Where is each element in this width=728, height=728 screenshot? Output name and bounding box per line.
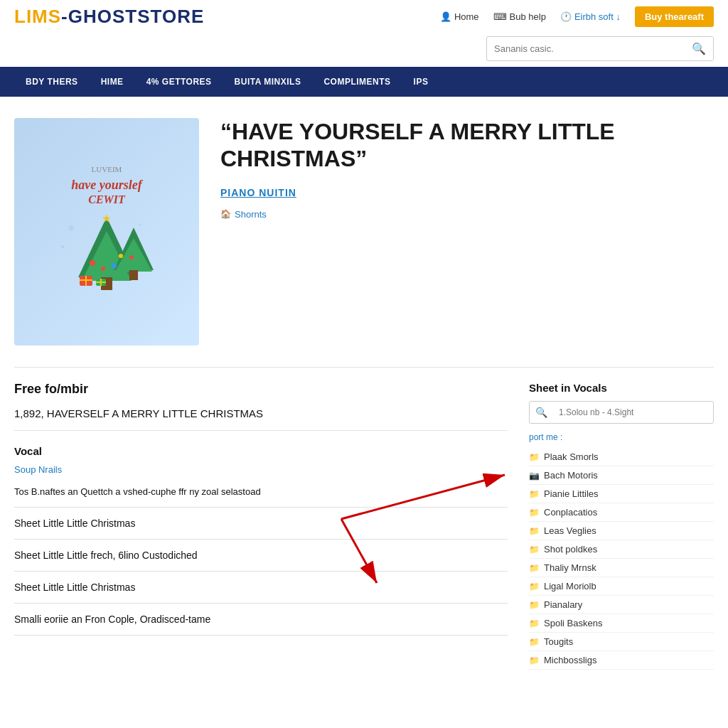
sidebar-item-label-10: Spoli Baskens	[544, 618, 602, 628]
category-link[interactable]: Soup Nrails	[14, 464, 508, 475]
sidebar-item-2[interactable]: 📷 Bach Motoris	[529, 466, 714, 485]
sidebar-item-4[interactable]: 📁 Conplacatios	[529, 503, 714, 522]
svg-rect-5	[129, 270, 138, 280]
logo-area: LIMS-GHOSTSTORE	[14, 6, 204, 28]
sidebar-item-3[interactable]: 📁 Pianie Littiles	[529, 485, 714, 503]
nav-item-bdy[interactable]: BDY THERS	[14, 67, 90, 97]
result-item-2[interactable]: Sheet Little Little frech, 6lino Custodi…	[14, 540, 508, 572]
svg-rect-17	[80, 279, 92, 281]
result-count: 1,892, HAVERSELF A MERRY LITTLE CHRISTMA…	[14, 407, 508, 431]
top-bar: LIMS-GHOSTSTORE 👤 Home ⌨ Bub help 🕐 Eirb…	[0, 0, 728, 33]
logo-name: GHOSTSTORE	[68, 6, 205, 27]
result-item-3[interactable]: Sheet Little Little Christmas	[14, 572, 508, 604]
sidebar-item-9[interactable]: 📁 Pianalary	[529, 596, 714, 614]
sidebar-port: port me :	[529, 432, 714, 442]
search-input[interactable]	[487, 38, 685, 59]
hero-section: LUVEIM have yourslef CEWIT	[0, 97, 728, 367]
camera-icon-2: 📷	[529, 471, 540, 481]
svg-point-7	[119, 254, 123, 258]
svg-text:❄: ❄	[68, 223, 75, 233]
folder-icon-1: 📁	[529, 452, 540, 462]
section-title: Free fo/mbir	[14, 382, 508, 397]
clock-icon: 🕐	[560, 11, 572, 22]
home-link[interactable]: 👤 Home	[440, 11, 479, 22]
trees-svg: ❄ ❄ ✦	[57, 213, 156, 299]
sidebar: Sheet in Vocals 🔍 port me : 📁 Plaak Smor…	[529, 382, 714, 670]
folder-icon-5: 📁	[529, 526, 540, 536]
nav-item-ips[interactable]: IPS	[402, 67, 440, 97]
hero-title: “HAVE YOURSELF A MERRY LITTLE CHRISTMAS”	[220, 118, 714, 173]
sidebar-item-label-2: Bach Motoris	[544, 470, 598, 481]
search-button[interactable]: 🔍	[685, 37, 713, 60]
svg-point-9	[111, 263, 117, 269]
folder-icon-10: 📁	[529, 619, 540, 628]
sidebar-item-label-5: Leas Veglies	[544, 525, 596, 536]
sidebar-item-12[interactable]: 📁 Michbossligs	[529, 651, 714, 670]
description-text: Tos B.naftes an Quettch a vshed-cuphe ff…	[14, 481, 508, 508]
soft-label: Eirbh soft ↓	[574, 11, 621, 22]
sidebar-item-7[interactable]: 📁 Thaliy Mrnsk	[529, 559, 714, 577]
search-bar: 🔍	[486, 36, 714, 61]
nav-item-buita[interactable]: BUITA MINXILS	[223, 67, 313, 97]
hero-image-main: have yourslef	[57, 177, 156, 193]
tree-decoration: ❄ ❄ ✦	[57, 213, 156, 299]
sidebar-item-label-12: Michbossligs	[544, 655, 596, 665]
hero-subtitle[interactable]: PIANO NUITIN	[220, 187, 714, 198]
nav-item-gettores[interactable]: 4% GETTORES	[135, 67, 223, 97]
sidebar-title: Sheet in Vocals	[529, 382, 714, 394]
sidebar-item-8[interactable]: 📁 Ligal Moriolb	[529, 577, 714, 596]
main-content: Free fo/mbir 1,892, HAVERSELF A MERRY LI…	[0, 368, 728, 684]
person-icon: 👤	[440, 11, 451, 22]
sidebar-list: 📁 Plaak Smorls 📷 Bach Motoris 📁 Pianie L…	[529, 448, 714, 670]
logo-separator: -	[61, 6, 68, 27]
logo-lims: LIMS	[14, 6, 61, 27]
hero-image-content: LUVEIM have yourslef CEWIT	[43, 151, 171, 313]
sidebar-item-6[interactable]: 📁 Shot poldkes	[529, 540, 714, 559]
home-label: Home	[454, 11, 479, 22]
logo: LIMS-GHOSTSTORE	[14, 6, 204, 27]
hero-link-text: Shornts	[235, 209, 267, 220]
svg-text:❄: ❄	[139, 223, 141, 227]
content-left: Free fo/mbir 1,892, HAVERSELF A MERRY LI…	[14, 382, 508, 670]
sidebar-item-label-8: Ligal Moriolb	[544, 581, 596, 592]
sidebar-search-bar: 🔍	[529, 401, 714, 424]
sidebar-item-label-1: Plaak Smorls	[544, 451, 599, 462]
folder-icon-12: 📁	[529, 655, 540, 665]
hero-info: “HAVE YOURSELF A MERRY LITTLE CHRISTMAS”…	[220, 118, 714, 220]
buy-button[interactable]: Buy theareaft	[635, 6, 714, 27]
svg-text:✦: ✦	[60, 244, 65, 250]
help-link[interactable]: ⌨ Bub help	[493, 11, 546, 22]
sidebar-item-label-6: Shot poldkes	[544, 544, 597, 555]
sidebar-search-icon: 🔍	[530, 402, 553, 423]
category-label: Vocal	[14, 445, 508, 457]
folder-icon-8: 📁	[529, 582, 540, 592]
sidebar-item-1[interactable]: 📁 Plaak Smorls	[529, 448, 714, 466]
keyboard-icon: ⌨	[493, 11, 507, 22]
result-item-1[interactable]: Sheet Little Little Christmas	[14, 508, 508, 540]
hero-image-sub: CEWIT	[57, 193, 156, 206]
svg-point-10	[129, 255, 134, 259]
sidebar-item-11[interactable]: 📁 Tougits	[529, 633, 714, 651]
folder-icon-7: 📁	[529, 563, 540, 573]
sidebar-item-label-3: Pianie Littiles	[544, 488, 599, 499]
sidebar-item-label-4: Conplacatios	[544, 507, 597, 518]
svg-point-8	[101, 267, 105, 271]
sidebar-item-label-7: Thaliy Mrnsk	[544, 562, 596, 573]
folder-icon-3: 📁	[529, 489, 540, 499]
soft-link[interactable]: 🕐 Eirbh soft ↓	[560, 11, 621, 22]
folder-icon-6: 📁	[529, 545, 540, 555]
sidebar-item-5[interactable]: 📁 Leas Veglies	[529, 522, 714, 540]
main-nav: BDY THERS HIME 4% GETTORES BUITA MINXILS…	[0, 67, 728, 97]
nav-item-hime[interactable]: HIME	[90, 67, 135, 97]
sidebar-item-10[interactable]: 📁 Spoli Baskens	[529, 614, 714, 633]
hero-image-title: LUVEIM	[57, 165, 156, 173]
help-label: Bub help	[510, 11, 546, 22]
folder-icon-9: 📁	[529, 600, 540, 610]
result-item-4[interactable]: Smalli eoriie an Fron Cople, Oradisced-t…	[14, 604, 508, 636]
hero-image: LUVEIM have yourslef CEWIT	[14, 118, 199, 346]
search-row: 🔍	[0, 33, 728, 67]
nav-item-compliments[interactable]: COMPLIMENTS	[312, 67, 402, 97]
sidebar-search-input[interactable]	[553, 402, 713, 422]
folder-icon-11: 📁	[529, 637, 540, 647]
hero-breadcrumb-link[interactable]: Shornts	[220, 209, 714, 220]
